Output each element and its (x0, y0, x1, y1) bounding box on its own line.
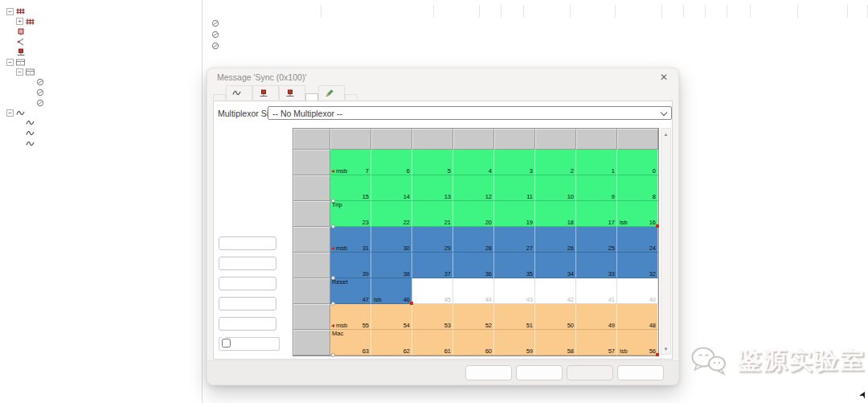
bit-cell-1[interactable]: 1 (576, 150, 617, 175)
add-button[interactable] (219, 297, 276, 310)
tree-item-trip[interactable] (5, 97, 199, 108)
bit-cell-58[interactable]: 58 (535, 330, 576, 356)
tree-item-mac[interactable] (5, 118, 199, 129)
pane-splitter[interactable] (202, 0, 203, 403)
bit-layout-grid[interactable]: msb7654321015141312111098Trip23222120191… (293, 128, 659, 356)
drag-handle-icon[interactable] (331, 302, 335, 306)
bit-cell-24[interactable]: 24 (617, 227, 658, 253)
lsb-marker-icon[interactable] (656, 224, 659, 228)
bit-cell-27[interactable]: 27 (494, 227, 535, 253)
bit-cell-17[interactable]: 17 (576, 201, 617, 227)
drag-handle-icon[interactable] (331, 199, 335, 203)
column-header-value-type[interactable] (571, 5, 616, 18)
column-header-byte-order[interactable] (524, 5, 571, 18)
bit-cell-46[interactable]: lsb46 (371, 278, 412, 304)
column-header-initial-value[interactable] (616, 5, 662, 18)
bit-cell-5[interactable]: 5 (412, 150, 453, 175)
bit-cell-35[interactable]: 35 (494, 253, 535, 278)
tree-item-messages[interactable]: − (5, 57, 199, 68)
tab-comment[interactable] (345, 94, 358, 100)
to-front-button[interactable] (219, 257, 276, 270)
bit-cell-20[interactable]: 20 (453, 201, 494, 227)
bit-cell-52[interactable]: 52 (453, 304, 494, 330)
tree-item-signals[interactable]: − (5, 108, 199, 118)
bit-cell-54[interactable]: 54 (371, 304, 412, 330)
tree-expander-icon[interactable]: − (6, 59, 14, 66)
to-back-button[interactable] (219, 277, 276, 290)
bit-cell-13[interactable]: 13 (412, 175, 453, 201)
bit-cell-14[interactable]: 14 (371, 175, 412, 201)
tree-item-environment-variables[interactable] (5, 37, 199, 47)
tree-item-testcan[interactable]: + (5, 17, 199, 27)
bit-cell-26[interactable]: 26 (535, 227, 576, 253)
bit-cell-29[interactable]: 29 (412, 227, 453, 253)
bit-cell-28[interactable]: 28 (453, 227, 494, 253)
column-header-message[interactable] (321, 5, 434, 18)
bit-cell-49[interactable]: 49 (576, 304, 617, 330)
footer-button-1[interactable] (516, 365, 563, 380)
scroll-up-icon[interactable]: ▲ (661, 130, 670, 138)
tree-item-network-nodes[interactable] (5, 47, 199, 57)
column-header-fac[interactable] (662, 5, 684, 18)
bit-cell-4[interactable]: 4 (453, 150, 494, 175)
column-header-ma[interactable] (727, 5, 751, 18)
footer-button-3[interactable] (617, 365, 664, 380)
bit-cell-51[interactable]: 51 (494, 304, 535, 330)
drag-handle-icon[interactable] (331, 224, 335, 228)
tree-item-ecus[interactable] (5, 27, 199, 37)
table-row[interactable] (203, 40, 868, 51)
scroll-down-icon[interactable]: ▼ (661, 344, 670, 353)
close-icon[interactable]: ✕ (660, 72, 668, 83)
bit-cell-40[interactable]: 40 (617, 278, 658, 304)
tab-layout[interactable] (305, 93, 318, 101)
column-header-len[interactable] (502, 5, 524, 18)
tree-expander-icon[interactable]: − (16, 68, 23, 76)
bit-cell-22[interactable]: 22 (371, 201, 412, 227)
bit-cell-57[interactable]: 57 (576, 330, 617, 356)
bit-cell-41[interactable]: 41 (576, 278, 617, 304)
bit-cell-11[interactable]: 11 (494, 175, 535, 201)
tree-item-trip[interactable] (5, 138, 199, 149)
bit-cell-25[interactable]: 25 (576, 227, 617, 253)
tab-transmitters[interactable] (252, 85, 279, 100)
bit-cell-0[interactable]: 0 (617, 150, 658, 175)
column-header-name[interactable] (203, 5, 321, 18)
footer-button-0[interactable] (465, 365, 512, 380)
column-header-off[interactable] (684, 5, 706, 18)
bit-cell-3[interactable]: 3 (494, 150, 535, 175)
bit-cell-19[interactable]: 19 (494, 201, 535, 227)
bit-cell-50[interactable]: 50 (535, 304, 576, 330)
bit-cell-15[interactable]: 15 (330, 175, 371, 201)
tree-item-mac[interactable] (5, 88, 199, 98)
bit-cell-8[interactable]: 8 (617, 175, 658, 201)
bit-cell-53[interactable]: 53 (412, 304, 453, 330)
bit-cell-38[interactable]: 38 (371, 253, 412, 278)
tab-attributes[interactable] (318, 85, 345, 100)
table-row[interactable] (203, 18, 868, 29)
dialog-titlebar[interactable]: Message 'Sync (0x100)' ✕ (207, 68, 678, 86)
column-header-comm[interactable] (848, 5, 868, 18)
tree-expander-icon[interactable]: − (6, 109, 14, 117)
bit-cell-34[interactable]: 34 (535, 253, 576, 278)
bit-cell-10[interactable]: 10 (535, 175, 576, 201)
bit-cell-55[interactable]: msb55 (330, 304, 371, 330)
bit-cell-48[interactable]: 48 (617, 304, 658, 330)
bit-cell-33[interactable]: 33 (576, 253, 617, 278)
bit-cell-56[interactable]: lsb56 (617, 330, 658, 356)
tab-signals[interactable] (226, 85, 252, 100)
tree-item-reset[interactable] (5, 77, 199, 88)
bit-cell-43[interactable]: 43 (494, 278, 535, 304)
bit-cell-63[interactable]: Mac63 (330, 330, 371, 356)
tree-item-reset[interactable] (5, 128, 199, 138)
bit-cell-36[interactable]: 36 (453, 253, 494, 278)
lsb-marker-icon[interactable] (656, 353, 659, 356)
column-header-mi[interactable] (706, 5, 727, 18)
inverted-checkbox[interactable] (222, 339, 276, 347)
bit-cell-61[interactable]: 61 (412, 330, 453, 356)
grid-scrollbar[interactable]: ▲ ▼ (661, 128, 671, 355)
bit-cell-9[interactable]: 9 (576, 175, 617, 201)
bit-cell-37[interactable]: 37 (412, 253, 453, 278)
bit-cell-62[interactable]: 62 (371, 330, 412, 356)
bit-cell-16[interactable]: lsb16 (617, 201, 658, 227)
bit-cell-30[interactable]: 30 (371, 227, 412, 253)
